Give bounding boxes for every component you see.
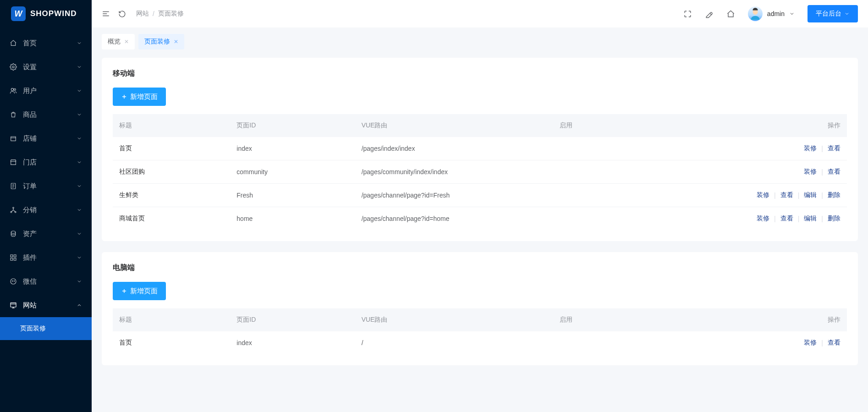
chevron-down-icon (76, 64, 82, 70)
svg-rect-19 (11, 303, 16, 307)
home-icon[interactable] (726, 10, 735, 18)
sidebar-item-wechat[interactable]: 微信 (0, 269, 92, 293)
op-查看[interactable]: 查看 (780, 191, 793, 199)
op-查看[interactable]: 查看 (828, 144, 841, 153)
table-header: 操作 (641, 308, 847, 331)
sidebar-item-users[interactable]: 用户 (0, 79, 92, 103)
cell-enable (553, 160, 641, 184)
cell-enable (553, 137, 641, 160)
cell-route: /pages/channel/page?id=Fresh (355, 184, 554, 207)
sidebar-item-orders[interactable]: 订单 (0, 174, 92, 198)
clear-cache-icon[interactable] (705, 10, 714, 18)
op-separator: | (821, 145, 823, 152)
op-查看[interactable]: 查看 (828, 168, 841, 176)
table-header: 标题 (113, 114, 230, 137)
logo[interactable]: W SHOPWIND (0, 0, 92, 27)
chevron-down-icon (76, 135, 82, 142)
svg-point-17 (12, 281, 12, 281)
op-查看[interactable]: 查看 (828, 339, 841, 347)
sidebar-menu: 首页 设置 用户 商品 店铺 门店 订单 (0, 27, 92, 412)
cell-route: / (355, 331, 554, 354)
op-装修[interactable]: 装修 (757, 191, 769, 199)
sidebar-item-shops[interactable]: 门店 (0, 150, 92, 174)
plus-icon (121, 93, 127, 100)
sidebar: W SHOPWIND 首页 设置 用户 商品 店铺 门店 (0, 0, 92, 412)
home-icon (9, 39, 17, 47)
settings-icon (9, 63, 17, 71)
svg-rect-13 (14, 255, 16, 257)
content: 移动端新增页面标题页面IDVUE路由启用操作首页index/pages/inde… (92, 49, 868, 379)
fullscreen-icon[interactable] (683, 10, 692, 18)
cell-ops: 装修|查看|编辑|删除 (641, 207, 847, 231)
stores-icon (9, 135, 17, 142)
chevron-down-icon (76, 254, 82, 261)
add-page-button[interactable]: 新增页面 (113, 88, 166, 106)
svg-rect-12 (11, 255, 13, 257)
sidebar-item-assets[interactable]: 资产 (0, 222, 92, 246)
op-查看[interactable]: 查看 (780, 214, 793, 223)
table-row: 首页index/装修|查看 (113, 331, 847, 354)
cell-enable (553, 207, 641, 231)
platform-backend-label: 平台后台 (816, 10, 841, 18)
svg-rect-3 (11, 137, 16, 141)
sidebar-item-stores[interactable]: 店铺 (0, 126, 92, 150)
sidebar-item-settings[interactable]: 设置 (0, 55, 92, 79)
close-icon[interactable]: ✕ (124, 38, 129, 45)
sidebar-item-website[interactable]: 网站 (0, 293, 92, 317)
sidebar-subitem-page-decoration[interactable]: 页面装修 (0, 317, 92, 340)
add-page-label: 新增页面 (130, 93, 158, 101)
cell-ops: 装修|查看|编辑|删除 (641, 184, 847, 207)
op-装修[interactable]: 装修 (804, 168, 817, 176)
sidebar-item-label: 网站 (23, 301, 76, 310)
collapse-sidebar-icon[interactable] (102, 10, 110, 18)
logo-mark-icon: W (11, 6, 26, 21)
cell-route: /pages/channel/page?id=home (355, 207, 554, 231)
sidebar-item-home[interactable]: 首页 (0, 31, 92, 55)
op-编辑[interactable]: 编辑 (804, 191, 817, 199)
op-装修[interactable]: 装修 (804, 144, 817, 153)
op-separator: | (798, 192, 800, 199)
op-编辑[interactable]: 编辑 (804, 214, 817, 223)
sidebar-item-label: 首页 (23, 39, 76, 48)
add-page-button[interactable]: 新增页面 (113, 282, 166, 300)
op-删除[interactable]: 删除 (828, 214, 841, 223)
section-card: 移动端新增页面标题页面IDVUE路由启用操作首页index/pages/inde… (102, 58, 858, 241)
tab-概览[interactable]: 概览✕ (102, 34, 135, 49)
breadcrumb-item[interactable]: 网站 (136, 10, 149, 18)
op-separator: | (821, 215, 823, 222)
op-separator: | (798, 215, 800, 222)
cell-title: 生鲜类 (113, 184, 230, 207)
user-menu[interactable]: admin (748, 6, 795, 21)
breadcrumb-item: 页面装修 (158, 10, 184, 18)
op-删除[interactable]: 删除 (828, 191, 841, 199)
sidebar-subitem-label: 页面装修 (20, 324, 46, 333)
sidebar-item-distribution[interactable]: 分销 (0, 198, 92, 222)
sidebar-item-label: 分销 (23, 206, 76, 214)
avatar (748, 6, 763, 21)
sidebar-item-label: 插件 (23, 253, 76, 262)
breadcrumb-separator: / (153, 10, 154, 17)
sidebar-item-label: 微信 (23, 277, 76, 286)
main: 网站 / 页面装修 admin (92, 0, 868, 412)
tab-页面装修[interactable]: 页面装修✕ (138, 34, 184, 49)
orders-icon (9, 182, 17, 190)
refresh-icon[interactable] (118, 10, 126, 18)
goods-icon (9, 111, 17, 118)
platform-backend-button[interactable]: 平台后台 (808, 5, 858, 22)
page-tabs: 概览✕页面装修✕ (92, 27, 868, 49)
sidebar-item-label: 商品 (23, 110, 76, 119)
cell-route: /pages/index/index (355, 137, 554, 160)
sidebar-item-plugins[interactable]: 插件 (0, 246, 92, 269)
op-装修[interactable]: 装修 (757, 214, 769, 223)
sidebar-item-goods[interactable]: 商品 (0, 103, 92, 126)
table-header: VUE路由 (355, 114, 554, 137)
close-icon[interactable]: ✕ (174, 38, 178, 45)
cell-enable (553, 331, 641, 354)
chevron-down-icon (76, 207, 82, 213)
header: 网站 / 页面装修 admin (92, 0, 868, 27)
op-装修[interactable]: 装修 (804, 339, 817, 347)
table-row: 社区团购community/pages/community/index/inde… (113, 160, 847, 184)
svg-rect-15 (14, 258, 16, 260)
chevron-down-icon (76, 111, 82, 118)
table-header: 页面ID (230, 114, 355, 137)
